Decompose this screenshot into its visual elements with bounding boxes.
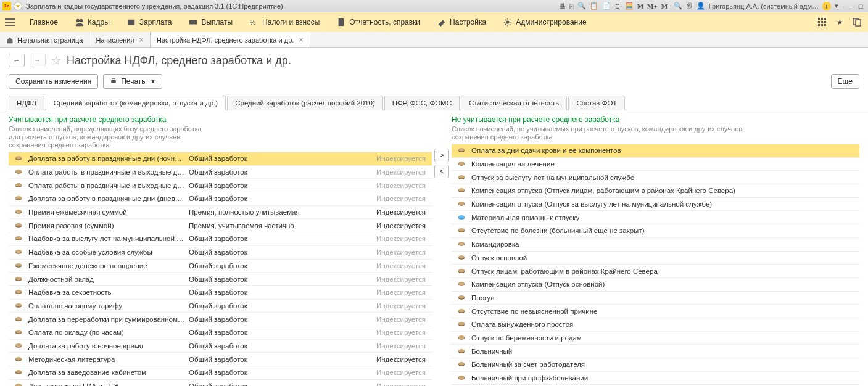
forward-button[interactable]: →	[30, 54, 46, 67]
burger-icon[interactable]	[2, 15, 17, 30]
itab-pfr[interactable]: ПФР, ФСС, ФОМС	[384, 96, 460, 110]
print-button[interactable]: Печать▼	[103, 74, 162, 89]
toolbar-icon[interactable]: 🖶	[559, 2, 566, 10]
table-row[interactable]: Оплата по часовому тарифуОбщий заработок…	[9, 300, 432, 313]
right-grid-body[interactable]: Оплата за дни сдачи крови и ее компонент…	[452, 144, 859, 385]
table-row[interactable]: Доплата за заведование кабинетомОбщий за…	[9, 366, 432, 380]
table-row[interactable]: Надбавка за выслугу лет на муниципальной…	[9, 232, 432, 246]
row-icon	[9, 329, 28, 335]
table-row[interactable]: Компенсация отпуска (Отпуск основной)	[452, 278, 859, 292]
table-row[interactable]: Отсутствие по невыясненной причине	[452, 305, 859, 318]
info-icon[interactable]: i	[822, 2, 831, 10]
favorite-star-icon[interactable]: ☆	[51, 53, 62, 68]
menu-vyplaty[interactable]: Выплаты	[180, 18, 241, 27]
m-icon[interactable]: M	[637, 2, 643, 10]
table-row[interactable]: Надбавка за особые условия службыОбщий з…	[9, 246, 432, 260]
back-button[interactable]: ←	[9, 54, 25, 67]
history-icon[interactable]	[849, 15, 864, 30]
star-icon[interactable]: ★	[832, 15, 847, 30]
close-icon[interactable]: ×	[299, 35, 304, 44]
table-row[interactable]: Ежемесячное денежное поощрениеОбщий зара…	[9, 260, 432, 273]
itab-avg-2010[interactable]: Средний заработок (расчет пособий 2010)	[227, 96, 383, 110]
toolbar-icon[interactable]: 🗐	[686, 2, 693, 10]
menu-main[interactable]: Главное	[21, 18, 67, 27]
table-row[interactable]: Отпуск основной	[452, 252, 859, 265]
more-button[interactable]: Еще	[831, 74, 859, 89]
table-row[interactable]: Премия разовая (суммой)Премия, учитываем…	[9, 219, 432, 232]
menu-admin[interactable]: Администрирование	[495, 18, 595, 27]
m-plus-icon[interactable]: M+	[647, 2, 658, 10]
toolbar: Сохранить изменения Печать▼ Еще	[0, 72, 868, 91]
table-row[interactable]: Должностной окладОбщий заработокИндексир…	[9, 273, 432, 286]
itab-ndfl[interactable]: НДФЛ	[9, 96, 44, 110]
menu-kadry[interactable]: Кадры	[67, 18, 118, 27]
svg-point-47	[15, 330, 22, 333]
table-row[interactable]: Прогул	[452, 292, 859, 305]
menu-otchet[interactable]: Отчетность, справки	[328, 18, 429, 27]
menu-zarplata[interactable]: Зарплата	[118, 18, 181, 27]
table-row[interactable]: Компенсация на лечение	[452, 158, 859, 171]
calendar-icon[interactable]: 🗓	[614, 2, 621, 10]
table-row[interactable]: Компенсация отпуска (Отпуск лицам, работ…	[452, 184, 859, 198]
tab-accruals[interactable]: Начисления×	[89, 32, 151, 47]
table-row[interactable]: Доплата за работу в ночное времяОбщий за…	[9, 340, 432, 353]
itab-stat[interactable]: Статистическая отчетность	[461, 96, 567, 110]
table-row[interactable]: Методическая литератураОбщий заработокИн…	[9, 353, 432, 366]
svg-point-71	[458, 242, 465, 245]
row-category: Общий заработок	[189, 382, 310, 386]
save-button[interactable]: Сохранить изменения	[9, 74, 98, 89]
itab-avg-earnings[interactable]: Средний заработок (командировки, отпуска…	[46, 96, 226, 110]
table-row[interactable]: Доп. занятия по ГИА и ЕГЭОбщий заработок…	[9, 380, 432, 386]
table-row[interactable]: Оплата работы в праздничные и выходные д…	[9, 179, 432, 192]
m-minus-icon[interactable]: M-	[661, 2, 670, 10]
close-icon[interactable]: ×	[139, 35, 144, 44]
table-row[interactable]: Больничный за счет работодателя	[452, 358, 859, 372]
toolbar-icon[interactable]: ⎘	[569, 2, 574, 10]
calc-icon[interactable]: 🧮	[625, 2, 634, 10]
table-row[interactable]: Оплата по окладу (по часам)Общий заработ…	[9, 326, 432, 340]
right-header: Не учитывается при расчете среднего зара…	[452, 115, 859, 124]
zoom-icon[interactable]: 🔍	[674, 2, 682, 10]
page-title: Настройка НДФЛ, среднего заработка и др.	[67, 54, 291, 67]
table-row[interactable]: Компенсация отпуска (Отпуск за выслугу л…	[452, 198, 859, 211]
table-row[interactable]: Доплата за работу в праздничные дни (ноч…	[9, 152, 432, 166]
menu-settings[interactable]: Настройка	[429, 18, 495, 27]
dropdown-icon[interactable]: ▾	[835, 2, 838, 10]
dropdown-icon[interactable]	[14, 2, 22, 10]
table-row[interactable]: Надбавка за секретностьОбщий заработокИн…	[9, 286, 432, 300]
left-desc: Список начислений, определяющих базу сре…	[9, 125, 212, 149]
move-left-button[interactable]: <	[434, 165, 449, 178]
window-title: Зарплата и кадры государственного учрежд…	[26, 2, 283, 10]
table-row[interactable]: Отпуск по беременности и родам	[452, 332, 859, 345]
user-name[interactable]: Григорьянц А.А. (системный адм…	[709, 2, 819, 10]
minimize-icon[interactable]: —	[842, 2, 852, 10]
table-row[interactable]: Оплата работы в праздничные и выходные д…	[9, 166, 432, 179]
itab-fot[interactable]: Состав ФОТ	[568, 96, 625, 110]
row-name: Больничный при профзаболевании	[471, 374, 859, 382]
table-row[interactable]: Командировка	[452, 238, 859, 252]
apps-icon[interactable]	[815, 15, 830, 30]
row-name: Надбавка за особые условия службы	[28, 248, 189, 256]
left-grid-body[interactable]: Доплата за работу в праздничные дни (ноч…	[9, 152, 432, 386]
toolbar-icon[interactable]: 📄	[602, 2, 611, 10]
tab-home[interactable]: Начальная страница	[0, 32, 89, 47]
table-row[interactable]: Премия ежемесячная суммойПремия, полност…	[9, 206, 432, 220]
table-row[interactable]: Отпуск за выслугу лет на муниципальной с…	[452, 171, 859, 184]
table-row[interactable]: Оплата вынужденного простоя	[452, 318, 859, 332]
menu-nalogi[interactable]: %Налоги и взносы	[241, 18, 328, 27]
table-row[interactable]: Отпуск лицам, работающим в районах Крайн…	[452, 265, 859, 278]
user-icon[interactable]: 👤	[696, 2, 705, 10]
table-row[interactable]: Доплата за переработки при суммированном…	[9, 313, 432, 326]
move-right-button[interactable]: >	[434, 149, 449, 162]
tab-ndfl-settings[interactable]: Настройка НДФЛ, среднего заработка и др.…	[151, 32, 310, 47]
toolbar-icon[interactable]: 📋	[590, 2, 598, 10]
table-row[interactable]: Отсутствие по болезни (больничный еще не…	[452, 224, 859, 238]
inner-tabs: НДФЛ Средний заработок (командировки, от…	[0, 95, 868, 110]
table-row[interactable]: Больничный при профзаболевании	[452, 372, 859, 385]
table-row[interactable]: Больничный	[452, 345, 859, 358]
table-row[interactable]: Доплата за работу в праздничные дни (дне…	[9, 192, 432, 206]
toolbar-icon[interactable]: 🔍	[577, 2, 586, 10]
table-row[interactable]: Оплата за дни сдачи крови и ее компонент…	[452, 144, 859, 158]
table-row[interactable]: Материальная помощь к отпуску	[452, 211, 859, 224]
maximize-icon[interactable]: □	[856, 2, 866, 10]
